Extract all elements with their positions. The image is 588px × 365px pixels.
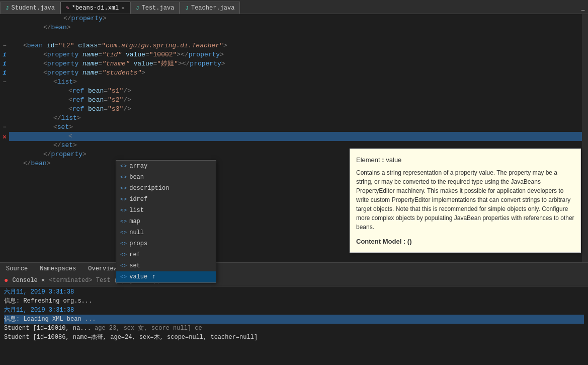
- tab-teacher[interactable]: J Teacher.java: [180, 2, 240, 14]
- xml-attr-val: "t2": [58, 41, 74, 50]
- console-timestamp: 六月11, 2019 3:31:38: [4, 288, 74, 296]
- code-icon: <>: [120, 185, 127, 191]
- autocomplete-item-bean[interactable]: <> bean: [116, 172, 216, 183]
- code-line-cursor[interactable]: <: [9, 132, 582, 141]
- autocomplete-item-array[interactable]: <> array: [116, 161, 216, 172]
- collapse-icon[interactable]: −: [3, 42, 6, 49]
- bottom-tab-namespaces-label: Namespaces: [40, 265, 76, 272]
- tab-student[interactable]: J Student.java: [0, 2, 60, 14]
- code-line: </property>: [9, 14, 582, 23]
- xml-tag: bean: [27, 41, 43, 50]
- code-line: <property name="students" >: [9, 68, 582, 78]
- tab-test[interactable]: J Test.java: [130, 2, 180, 14]
- console-line: 信息: Refreshing org.s...: [4, 297, 584, 306]
- code-icon: <>: [120, 241, 127, 247]
- code-icon: <>: [120, 196, 127, 202]
- xml-bracket: <: [23, 41, 27, 50]
- bottom-tab-source-label: Source: [6, 265, 28, 272]
- autocomplete-item-set[interactable]: <> set: [116, 260, 216, 271]
- code-line: <bean id="t2" class="com.atguigu.spring.…: [9, 41, 582, 50]
- autocomplete-label: ref: [129, 251, 140, 258]
- console-timestamp: 六月11, 2019 3:31:38: [4, 307, 74, 314]
- autocomplete-dropdown[interactable]: <> array <> bean <> description <> idref…: [116, 160, 216, 283]
- java-icon3: J: [185, 5, 189, 11]
- autocomplete-item-value[interactable]: <> value ↑: [116, 271, 216, 282]
- indicator-row: [0, 114, 9, 123]
- xml-bracket: >: [223, 41, 227, 50]
- console-student: Student [id=10086, name=杰哥, age=24, sex=…: [4, 334, 258, 341]
- minimize-button[interactable]: ─: [578, 8, 588, 14]
- autocomplete-item-description[interactable]: <> description: [116, 183, 216, 194]
- tooltip-element-label: Element: [356, 156, 380, 164]
- tab-beans-di[interactable]: ✎ *beans-di.xml ✕: [60, 2, 130, 14]
- indicator-row: ✕: [0, 132, 9, 141]
- console-student-suffix: age 23, sex 女, score null] ce: [95, 325, 202, 332]
- tooltip-element-value: value: [386, 156, 401, 164]
- code-icon: <>: [120, 263, 127, 269]
- autocomplete-item-idref[interactable]: <> idref: [116, 194, 216, 205]
- indicator-row: [0, 23, 9, 32]
- code-line: <list>: [9, 78, 582, 87]
- autocomplete-label: list: [129, 207, 144, 214]
- collapse-icon[interactable]: −: [3, 79, 6, 86]
- error-icon: ✕: [3, 132, 7, 141]
- indicator-row: [0, 32, 9, 41]
- tooltip-panel: Element : value Contains a string repres…: [350, 149, 581, 253]
- autocomplete-label: bean: [129, 174, 144, 181]
- close-icon[interactable]: ✕: [121, 5, 125, 11]
- code-line: <property name="tid" value="10002" ></pr…: [9, 50, 582, 59]
- bottom-tab-overview-label: Overview: [88, 265, 117, 272]
- info-icon: i: [3, 60, 6, 67]
- indicator-row: [0, 105, 9, 114]
- code-line: <ref bean="s2" />: [9, 96, 582, 105]
- autocomplete-label: null: [129, 229, 144, 236]
- xml-attr-val: "com.atguigu.spring.di.Teacher": [102, 41, 223, 50]
- indicator-row: [0, 96, 9, 105]
- collapse-icon[interactable]: −: [3, 124, 6, 131]
- code-icon: <>: [120, 174, 127, 180]
- indicator-row: [0, 159, 9, 168]
- console-info-suffix: ...: [85, 316, 96, 323]
- console-line: 六月11, 2019 3:31:38: [4, 287, 584, 297]
- xml-bracket: >: [67, 23, 71, 32]
- console-info: 信息: Loading XML bean: [4, 316, 81, 323]
- error-dot: ●: [4, 276, 8, 284]
- tab-bar: J Student.java ✎ *beans-di.xml ✕ J Test.…: [0, 0, 588, 14]
- bottom-tab-namespaces[interactable]: Namespaces: [34, 263, 82, 275]
- autocomplete-label: array: [129, 163, 147, 170]
- xml-attr: id: [47, 41, 55, 50]
- console-title: Console ✕: [12, 276, 45, 284]
- right-scrollbar[interactable]: [582, 14, 588, 262]
- indicator-row: −: [0, 78, 9, 87]
- indicator-row: i: [0, 50, 9, 59]
- autocomplete-label: map: [129, 218, 140, 225]
- autocomplete-item-map[interactable]: <> map: [116, 216, 216, 227]
- autocomplete-label: value: [129, 273, 147, 280]
- indicator-row: [0, 87, 9, 96]
- left-indicators: − i i i − − ✕: [0, 14, 9, 262]
- code-icon: <>: [120, 163, 127, 169]
- autocomplete-item-list[interactable]: <> list: [116, 205, 216, 216]
- autocomplete-item-props[interactable]: <> props: [116, 238, 216, 249]
- bottom-tabs: Source Namespaces Overview be...: [0, 262, 588, 274]
- tooltip-description: Contains a string representation of a pr…: [356, 168, 574, 232]
- code-icon: <>: [120, 230, 127, 236]
- xml-tag: property: [71, 14, 103, 23]
- code-line: </list>: [9, 114, 582, 123]
- tab-student-label: Student.java: [12, 5, 55, 12]
- tab-test-label: Test.java: [142, 5, 175, 12]
- autocomplete-item-null[interactable]: <> null: [116, 227, 216, 238]
- xml-bracket: >: [103, 14, 107, 23]
- console-header: ● Console ✕ <terminated> Test (1) [Java …: [0, 274, 588, 286]
- code-line: </bean>: [9, 23, 582, 32]
- indicator-row: i: [0, 68, 9, 78]
- xml-bracket: </: [63, 14, 71, 23]
- console-student: Student [id=10010, na...: [4, 325, 91, 332]
- autocomplete-label: idref: [129, 196, 147, 203]
- bottom-tab-source[interactable]: Source: [0, 263, 34, 275]
- console-content: 六月11, 2019 3:31:38 信息: Refreshing org.s.…: [0, 286, 588, 350]
- tab-beans-di-label: *beans-di.xml: [72, 5, 119, 12]
- autocomplete-item-ref[interactable]: <> ref: [116, 249, 216, 260]
- tooltip-content-model-label: Content Model : (): [356, 237, 574, 247]
- xml-tag: bean: [51, 23, 67, 32]
